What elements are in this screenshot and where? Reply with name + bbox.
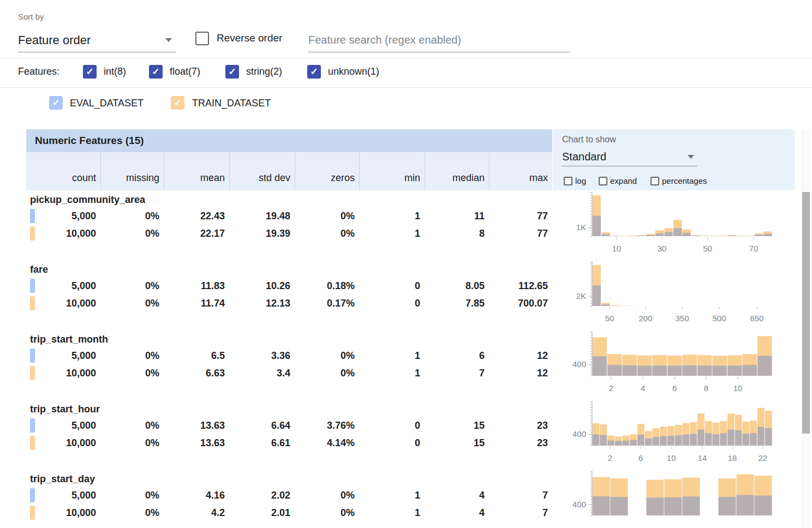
stat-mean: 6.63	[164, 364, 229, 382]
column-header-mean: mean	[164, 152, 229, 190]
stat-min: 0	[359, 434, 425, 452]
chart-options-panel: Chart to show Standard log expand percen…	[553, 129, 795, 190]
stat-median: 15	[425, 417, 489, 434]
feature-type-unknown-checkbox[interactable]	[307, 65, 321, 79]
stat-mean: 22.17	[164, 225, 229, 242]
stat-std-dev: 10.26	[229, 277, 295, 295]
feature-block-trip_start_month: trip_start_month5,0000%6.53.360%161210,0…	[26, 330, 795, 400]
feature-type-int-label: int(8)	[104, 66, 126, 77]
svg-text:1K: 1K	[576, 223, 586, 232]
stat-median: 4	[425, 487, 489, 504]
dataset-swatch	[30, 506, 35, 520]
stat-missing: 0%	[100, 207, 164, 225]
stat-max: 23	[489, 434, 552, 452]
stat-count: 10,000	[26, 225, 100, 242]
feature-type-string-checkbox[interactable]	[225, 65, 239, 79]
stat-missing: 0%	[100, 225, 164, 242]
feature-type-string-label: string(2)	[246, 66, 282, 77]
dataset-swatch	[30, 436, 35, 450]
svg-text:200: 200	[638, 314, 652, 323]
stat-std-dev: 2.02	[229, 487, 295, 504]
svg-text:400: 400	[572, 500, 586, 509]
dataset-swatch	[30, 366, 35, 380]
histogram-trip_start_month: 400246810	[558, 330, 795, 400]
feature-block-pickup_community_area: pickup_community_area5,0000%22.4319.480%…	[26, 190, 795, 260]
histogram-trip_start_hour: 4002610141822	[558, 400, 795, 470]
scrollbar-thumb[interactable]	[802, 192, 810, 434]
log-checkbox[interactable]	[564, 177, 572, 185]
stat-zeros: 0%	[295, 207, 359, 225]
train-dataset-checkbox[interactable]	[171, 96, 184, 110]
stat-count: 10,000	[26, 295, 100, 312]
stat-count: 5,000	[26, 347, 100, 364]
svg-text:500: 500	[712, 314, 726, 323]
stat-zeros: 0%	[295, 487, 359, 504]
stat-median: 7	[425, 364, 489, 382]
stat-min: 0	[359, 277, 425, 295]
dataset-swatch	[30, 349, 35, 363]
stat-missing: 0%	[100, 277, 164, 295]
stat-std-dev: 6.61	[229, 434, 295, 452]
stat-count: 5,000	[26, 207, 100, 225]
stat-missing: 0%	[100, 504, 164, 521]
features-filter-label: Features:	[18, 66, 59, 77]
stat-mean: 13.63	[164, 417, 229, 434]
sort-by-dropdown[interactable]: Feature order	[18, 28, 176, 52]
percentages-checkbox[interactable]	[650, 177, 659, 185]
facets-overview-page: Sort by Feature order Reverse order Feat…	[0, 0, 812, 528]
stat-std-dev: 2.01	[229, 504, 295, 521]
stat-missing: 0%	[100, 364, 164, 382]
stat-count: 5,000	[26, 417, 100, 434]
svg-text:350: 350	[675, 314, 689, 323]
dataset-swatch	[30, 209, 35, 223]
feature-type-int-checkbox[interactable]	[83, 65, 97, 79]
stat-mean: 4.2	[164, 504, 229, 521]
column-header-zeros: zeros	[295, 152, 359, 190]
stat-std-dev: 12.13	[229, 295, 295, 312]
stat-max: 7	[489, 487, 552, 504]
stat-median: 11	[425, 207, 489, 225]
svg-text:2: 2	[609, 383, 613, 393]
stat-missing: 0%	[100, 434, 164, 452]
divider	[0, 87, 812, 88]
feature-block-fare: fare5,0000%11.8310.260.18%08.05112.6510,…	[26, 260, 795, 330]
reverse-order-checkbox[interactable]	[195, 32, 209, 45]
chart-type-value: Standard	[562, 151, 606, 163]
sort-by-label: Sort by	[18, 12, 44, 21]
log-label: log	[575, 176, 586, 185]
histogram-trip_start_day: 400	[558, 470, 795, 528]
dataset-swatch	[30, 279, 35, 293]
stat-count: 10,000	[26, 364, 100, 382]
svg-text:10: 10	[667, 453, 676, 463]
stat-zeros: 0%	[295, 504, 359, 521]
chart-to-show-label: Chart to show	[562, 135, 616, 145]
column-header-max: max	[489, 152, 552, 190]
dataset-swatch	[30, 488, 35, 502]
sort-by-value: Feature order	[18, 33, 91, 47]
stat-max: 77	[489, 207, 552, 225]
stat-min: 1	[359, 487, 425, 504]
eval-dataset-checkbox[interactable]	[49, 96, 63, 110]
stat-missing: 0%	[100, 487, 164, 504]
stat-zeros: 0%	[295, 225, 359, 242]
feature-search-input[interactable]	[308, 28, 570, 52]
svg-text:18: 18	[728, 453, 737, 463]
stat-std-dev: 19.39	[229, 225, 295, 242]
stat-mean: 11.74	[164, 295, 229, 312]
column-header-count: count	[26, 152, 100, 190]
svg-text:70: 70	[749, 244, 759, 253]
feature-type-float-checkbox[interactable]	[149, 65, 163, 79]
table-title: Numeric Features (15)	[26, 129, 552, 152]
stat-mean: 13.63	[164, 434, 229, 452]
chevron-down-icon	[165, 38, 172, 42]
stat-mean: 4.16	[164, 487, 229, 504]
svg-text:50: 50	[605, 314, 614, 323]
expand-checkbox[interactable]	[599, 177, 607, 185]
histogram-fare: 2K50200350500650	[558, 260, 795, 330]
stat-std-dev: 3.36	[229, 347, 295, 364]
eval-dataset-label: EVAL_DATASET	[70, 98, 144, 109]
chart-type-dropdown[interactable]: Standard	[562, 148, 697, 166]
stat-zeros: 4.14%	[295, 434, 359, 452]
stat-min: 1	[359, 364, 425, 382]
histogram-pickup_community_area: 1K10305070	[558, 190, 795, 260]
